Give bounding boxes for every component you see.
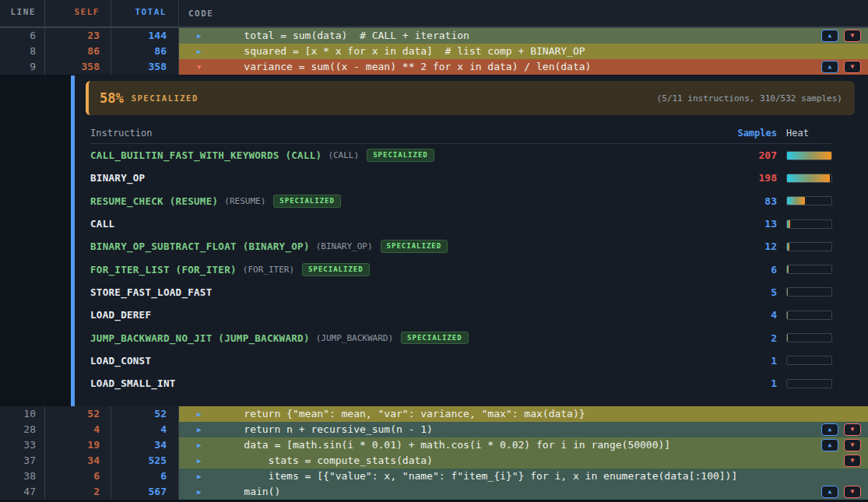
self-samples: 6 [45,469,111,484]
total-samples: 144 [111,28,179,44]
instruction-row: BINARY_OP_SUBTRACT_FLOAT (BINARY_OP) (BI… [90,235,832,258]
sample-count: 4 [722,309,777,321]
instruction-name-group: CALL [90,218,722,230]
heat-bar-fill [787,174,830,182]
profiler-app: LINE SELF TOTAL CODE 6 23 144 ▶ total = … [0,0,868,502]
header-line-column[interactable]: LINE [0,0,45,27]
code-row[interactable]: 6 23 144 ▶ total = sum(data) # CALL + it… [0,28,868,44]
code-rows-bottom: 10 52 52 ▶ return {"mean": mean, "var": … [0,406,868,500]
heat-bar-fill [787,152,831,160]
instruction-row: BINARY_OP 198 [90,167,832,189]
header-total-column[interactable]: TOTAL [111,0,179,27]
total-samples: 86 [111,44,179,59]
instruction-name-group: BINARY_OP [90,172,722,184]
instruction-name: JUMP_BACKWARD_NO_JIT (JUMP_BACKWARD) [90,332,310,344]
self-samples: 4 [45,422,111,437]
self-samples: 358 [45,59,111,75]
total-samples: 34 [111,437,179,453]
code-cell[interactable]: ▶ total = sum(data) # CALL + iteration ▲… [179,28,868,44]
expand-arrow-icon[interactable]: ▶ [197,469,205,484]
heat-bar-fill [787,220,790,228]
code-cell[interactable]: ▶ stats = compute_stats(data) ▼ [179,453,868,469]
total-samples: 358 [111,59,179,75]
nav-buttons: ▲ ▼ [821,61,861,73]
move-up-button[interactable]: ▲ [821,486,838,498]
code-cell[interactable]: ▶ squared = [x * x for x in data] # list… [179,44,868,59]
move-up-button[interactable]: ▲ [821,439,838,451]
code-row[interactable]: 38 6 6 ▶ items = [{"value": x, "name": f… [0,469,868,484]
expand-arrow-icon[interactable]: ▶ [197,484,205,500]
code-cell[interactable]: ▶ items = [{"value": x, "name": f"item_{… [179,469,868,484]
samples-column-header[interactable]: Samples [722,128,777,139]
header-code-column[interactable]: CODE [179,9,868,19]
code-cell[interactable]: ▶ data = [math.sin(i * 0.01) + math.cos(… [179,437,868,453]
move-down-button[interactable]: ▼ [844,423,861,436]
line-number: 6 [0,28,45,44]
move-down-button[interactable]: ▼ [844,61,861,73]
expand-arrow-icon[interactable]: ▶ [197,28,205,44]
code-row[interactable]: 28 4 4 ▶ return n + recursive_sum(n - 1)… [0,422,868,437]
nav-buttons: ▼ [844,455,861,467]
specialized-badge: SPECIALIZED [401,332,469,345]
move-down-button[interactable]: ▼ [844,455,861,467]
sample-count: 6 [722,264,777,276]
heat-bar-fill [787,265,789,273]
instruction-name-group: FOR_ITER_LIST (FOR_ITER) (FOR_ITER) SPEC… [90,263,722,276]
heat-bar [786,174,832,183]
code-text: squared = [x * x for x in data] # list c… [220,44,585,59]
specialized-badge: SPECIALIZED [367,149,434,162]
code-text: main() [220,484,280,500]
heat-bar-fill [787,334,788,342]
instruction-name: LOAD_SMALL_INT [90,377,176,389]
instruction-name: BINARY_OP_SUBTRACT_FLOAT (BINARY_OP) [90,240,310,252]
expand-arrow-icon[interactable]: ▼ [197,59,205,75]
code-text: data = [math.sin(i * 0.01) + math.cos(i … [220,437,670,453]
move-down-button[interactable]: ▼ [844,486,861,498]
expand-arrow-icon[interactable]: ▶ [197,422,205,437]
instruction-name-group: STORE_FAST_LOAD_FAST [90,286,722,298]
move-up-button[interactable]: ▲ [821,423,838,436]
expand-arrow-icon[interactable]: ▶ [197,406,205,422]
specialized-badge: SPECIALIZED [381,240,448,253]
heat-bar [786,196,832,205]
code-cell[interactable]: ▶ main() ▲ ▼ [179,484,868,500]
self-samples: 52 [45,406,111,422]
self-samples: 86 [45,44,111,59]
expand-arrow-icon[interactable]: ▶ [197,44,205,59]
instruction-name: LOAD_DEREF [90,309,151,321]
heat-column-header[interactable]: Heat [786,128,832,139]
instruction-name: LOAD_CONST [90,355,151,367]
expand-arrow-icon[interactable]: ▶ [197,437,205,453]
sample-count: 12 [722,240,777,252]
sample-count: 1 [722,377,777,389]
move-up-button[interactable]: ▲ [821,61,838,73]
total-samples: 567 [111,484,179,500]
code-text: items = [{"value": x, "name": f"item_{i}… [220,469,737,484]
code-row[interactable]: 10 52 52 ▶ return {"mean": mean, "var": … [0,406,868,422]
code-row[interactable]: 8 86 86 ▶ squared = [x * x for x in data… [0,44,868,59]
specialized-banner: 58% SPECIALIZED (5/11 instructions, 310/… [86,81,855,115]
line-number: 8 [0,44,45,59]
instruction-column-header[interactable]: Instruction [90,128,722,139]
line-number: 9 [0,59,45,75]
instruction-table-header: Instruction Samples Heat [90,123,832,144]
base-opcode: (FOR_ITER) [243,265,294,275]
line-number: 47 [0,484,45,500]
code-text: return {"mean": mean, "var": variance, "… [220,406,585,422]
code-cell[interactable]: ▶ return {"mean": mean, "var": variance,… [179,406,868,422]
code-row[interactable]: 37 34 525 ▶ stats = compute_stats(data) … [0,453,868,469]
expand-arrow-icon[interactable]: ▶ [197,453,205,469]
code-cell[interactable]: ▼ variance = sum((x - mean) ** 2 for x i… [179,59,868,75]
move-down-button[interactable]: ▼ [844,30,861,42]
move-up-button[interactable]: ▲ [821,30,838,42]
self-samples: 2 [45,484,111,500]
move-down-button[interactable]: ▼ [844,439,861,451]
nav-buttons: ▲ ▼ [821,423,861,436]
code-cell[interactable]: ▶ return n + recursive_sum(n - 1) ▲ ▼ [179,422,868,437]
instruction-name: CALL_BUILTIN_FAST_WITH_KEYWORDS (CALL) [90,149,322,161]
code-row[interactable]: 9 358 358 ▼ variance = sum((x - mean) **… [0,59,868,75]
table-header: LINE SELF TOTAL CODE [0,0,868,28]
header-self-column[interactable]: SELF [45,0,111,27]
code-row[interactable]: 33 19 34 ▶ data = [math.sin(i * 0.01) + … [0,437,868,453]
code-row[interactable]: 47 2 567 ▶ main() ▲ ▼ [0,484,868,500]
